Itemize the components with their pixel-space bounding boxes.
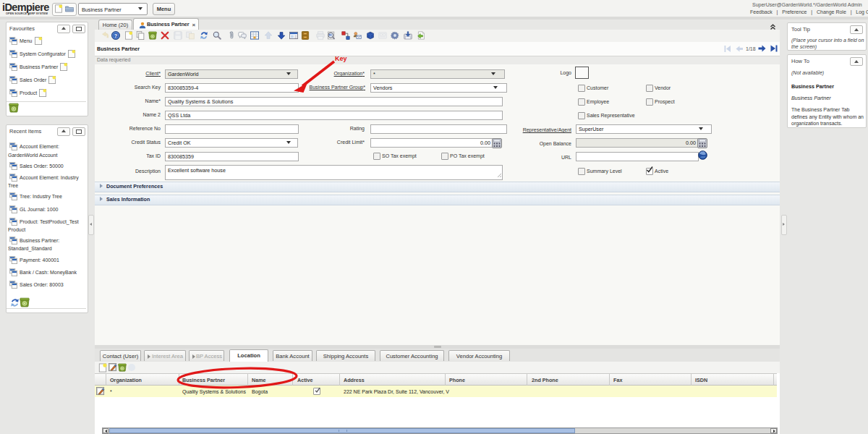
- svg-text:?: ?: [114, 33, 117, 39]
